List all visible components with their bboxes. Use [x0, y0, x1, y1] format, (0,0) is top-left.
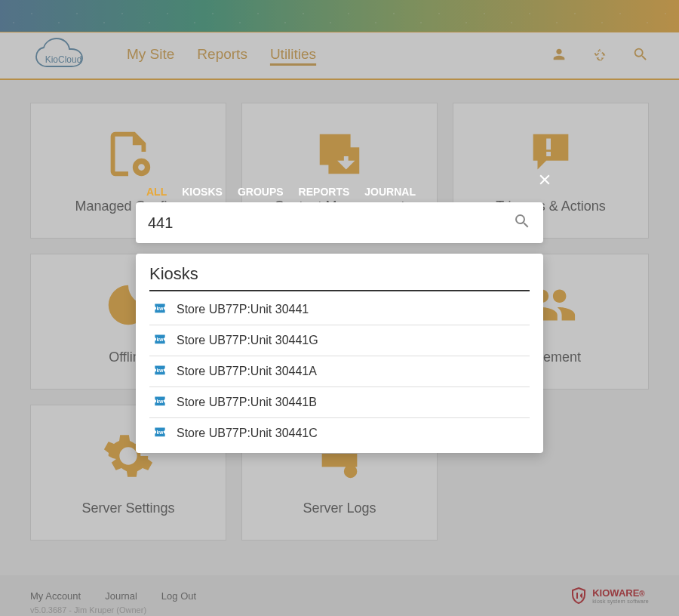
- result-item[interactable]: kw Store UB77P:Unit 30441G: [149, 325, 530, 356]
- result-label: Store UB77P:Unit 30441: [177, 303, 309, 316]
- kiosk-icon: kw: [152, 364, 167, 379]
- search-input[interactable]: [148, 214, 513, 232]
- results-title: Kiosks: [149, 264, 530, 291]
- tab-kiosks[interactable]: KIOSKS: [182, 186, 223, 198]
- tab-all[interactable]: ALL: [146, 186, 167, 198]
- kiosk-icon: kw: [152, 395, 167, 410]
- result-item[interactable]: kw Store UB77P:Unit 30441: [149, 294, 530, 325]
- svg-text:kw: kw: [157, 306, 164, 311]
- svg-text:kw: kw: [157, 368, 164, 373]
- search-box: [136, 202, 543, 243]
- kiosk-icon: kw: [152, 302, 167, 317]
- svg-text:kw: kw: [157, 337, 164, 342]
- svg-text:kw: kw: [157, 399, 164, 404]
- tab-journal[interactable]: JOURNAL: [364, 186, 416, 198]
- result-label: Store UB77P:Unit 30441C: [177, 427, 318, 440]
- result-item[interactable]: kw Store UB77P:Unit 30441C: [149, 418, 530, 448]
- svg-text:kw: kw: [157, 430, 164, 435]
- close-icon[interactable]: [537, 172, 552, 190]
- result-label: Store UB77P:Unit 30441A: [177, 365, 317, 378]
- search-submit-icon[interactable]: [513, 212, 531, 233]
- kiosk-icon: kw: [152, 333, 167, 348]
- tab-groups[interactable]: GROUPS: [238, 186, 284, 198]
- result-item[interactable]: kw Store UB77P:Unit 30441A: [149, 356, 530, 387]
- kiosk-icon: kw: [152, 426, 167, 441]
- tab-reports[interactable]: REPORTS: [299, 186, 350, 198]
- result-item[interactable]: kw Store UB77P:Unit 30441B: [149, 387, 530, 418]
- search-modal: ALL KIOSKS GROUPS REPORTS JOURNAL Kiosks…: [136, 186, 543, 453]
- search-tabs: ALL KIOSKS GROUPS REPORTS JOURNAL: [136, 186, 543, 202]
- result-label: Store UB77P:Unit 30441G: [177, 334, 318, 347]
- search-results: Kiosks kw Store UB77P:Unit 30441 kw Stor…: [136, 254, 543, 453]
- result-label: Store UB77P:Unit 30441B: [177, 396, 317, 409]
